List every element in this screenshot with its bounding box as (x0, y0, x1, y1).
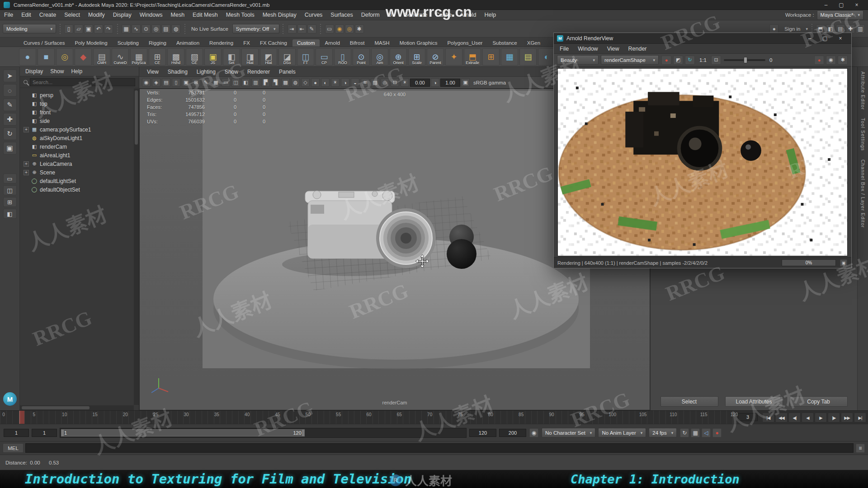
menu-uv[interactable]: UV (384, 10, 400, 20)
exposure-icon[interactable]: ☀ (401, 78, 409, 87)
viewport-menu-lighting[interactable]: Lighting (193, 67, 220, 76)
time-slider[interactable]: 0510152025303540455055606570758085909510… (0, 410, 868, 424)
play-forwards-button[interactable]: ▶ (815, 413, 827, 422)
outliner-item-persp[interactable]: ◧persp (20, 91, 139, 99)
shelf-tab-curves-surfaces[interactable]: Curves / Surfaces (19, 39, 69, 47)
expand-icon[interactable]: + (24, 170, 29, 175)
wireframe-icon[interactable]: ◇ (301, 78, 310, 87)
orient-constraint-tool[interactable]: ⊕Orient (390, 48, 407, 66)
outliner-item-aiskydomelight1[interactable]: ◍aiSkyDomeLight1 (20, 134, 139, 142)
fps-dropdown[interactable]: 24 fps▾ (649, 428, 677, 437)
poly-cube-tool[interactable]: ■ (38, 48, 55, 66)
step-back-key-button[interactable]: ◀| (788, 413, 801, 422)
shelf-tab-xgen[interactable]: XGen (523, 39, 545, 47)
gmh-tool[interactable]: ▤GMH (93, 48, 110, 66)
channel-box-icon[interactable]: ▥ (856, 24, 865, 33)
select-tool[interactable]: ➤ (3, 70, 17, 82)
menu-mesh-display[interactable]: Mesh Display (259, 10, 301, 20)
playback-loop-icon[interactable]: ↻ (680, 428, 689, 437)
shadows-icon[interactable]: ◑ (341, 78, 349, 87)
grease-pencil-icon[interactable]: ✎ (202, 78, 210, 87)
snap-to-curve-icon[interactable]: ∿ (132, 24, 141, 33)
outliner-vertical-scrollbar[interactable] (134, 89, 139, 405)
outliner-menu-show[interactable]: Show (50, 68, 64, 75)
outliner-item-top[interactable]: ◧top (20, 99, 139, 108)
panel-tab-attribute-editor[interactable]: Attribute Editor (860, 71, 866, 110)
safe-title-icon[interactable]: ▜ (271, 78, 280, 87)
redo-icon[interactable]: ↷ (104, 24, 113, 33)
playback-range-track[interactable]: 1 120 (60, 428, 467, 438)
input-connections-icon[interactable]: ⇥ (288, 24, 297, 33)
safe-action-icon[interactable]: ▛ (261, 78, 270, 87)
arnold-close-button[interactable]: × (833, 34, 848, 43)
paint-select-tool[interactable]: ✎ (3, 99, 17, 111)
outliner-item-rendercam[interactable]: ◧renderCam (20, 142, 139, 151)
gamma-icon[interactable]: ◑ (431, 78, 439, 87)
ge-tool[interactable]: ▨GE (186, 48, 203, 66)
point-constraint-tool[interactable]: ⊙Point (353, 48, 370, 66)
scale-tool[interactable]: ▣ (3, 142, 17, 155)
ipr-render-icon[interactable]: ◎ (345, 24, 354, 33)
arnold-restore-button[interactable]: ▢ (817, 34, 833, 43)
zoom-ratio-button[interactable]: 1:1 (698, 57, 708, 63)
close-button[interactable]: × (849, 0, 864, 9)
symmetry-dropdown[interactable]: Symmetry: Off▾ (232, 24, 279, 33)
current-time-field[interactable] (738, 413, 758, 421)
lock-camera-icon[interactable]: ◈ (152, 78, 160, 87)
mel-command-input[interactable] (25, 443, 854, 453)
arnold-title-bar[interactable]: M Arnold RenderView – ▢ × (554, 33, 851, 44)
menu-set-dropdown[interactable]: Modeling▾ (3, 24, 56, 33)
menu-display[interactable]: Display (109, 10, 136, 20)
viewport-menu-show[interactable]: Show (221, 67, 242, 76)
lasso-select-tool[interactable]: ◌ (3, 84, 17, 97)
construction-history-icon[interactable]: ✎ (307, 24, 316, 33)
type-tool[interactable]: ▤ (519, 48, 537, 66)
textured-icon[interactable]: ◐ (321, 78, 330, 87)
menu-create[interactable]: Create (35, 10, 61, 20)
status-light-icon[interactable]: ● (814, 56, 824, 65)
arnold-menu-view[interactable]: View (603, 44, 623, 53)
grid-icon[interactable]: ▦ (212, 78, 220, 87)
roo-tool[interactable]: ▯ROO (334, 48, 351, 66)
open-render-view-icon[interactable]: ▭ (325, 24, 334, 33)
shelf-tab-animation[interactable]: Animation (172, 39, 204, 47)
outliner-item-defaultlightset[interactable]: ◯defaultLightSet (20, 177, 139, 185)
menu-edit-mesh[interactable]: Edit Mesh (189, 10, 222, 20)
arnold-menu-render[interactable]: Render (624, 44, 651, 53)
set-tool[interactable]: ◧Set (223, 48, 240, 66)
shelf-tab-mash[interactable]: MASH (370, 39, 394, 47)
snap-to-point-icon[interactable]: ⊙ (142, 24, 151, 33)
shelf-tab-motion-graphics[interactable]: Motion Graphics (395, 39, 442, 47)
go-to-end-button[interactable]: ▶| (854, 413, 866, 422)
film-gate-icon[interactable]: ▭ (222, 78, 230, 87)
outliner-item-leicacamera[interactable]: +⊕LeicaCamera (20, 160, 139, 168)
hud-icon[interactable]: ▩ (281, 78, 290, 87)
outliner-menu-help[interactable]: Help (71, 68, 82, 75)
sign-in-link[interactable]: Sign in (782, 26, 803, 32)
section-divider[interactable] (59, 24, 61, 34)
snap-to-projected-center-icon[interactable]: ◎ (151, 24, 160, 33)
new-scene-icon[interactable]: ▯ (64, 24, 73, 33)
shelf-tab-fx-caching[interactable]: FX Caching (255, 39, 292, 47)
mel-language-button[interactable]: MEL (3, 443, 24, 453)
region-render-button[interactable]: ⊡ (711, 56, 721, 65)
exposure-slider[interactable] (724, 59, 765, 61)
dso-tool[interactable]: ◪DSo (278, 48, 296, 66)
shelf-tab-poly-modeling[interactable]: Poly Modeling (70, 39, 112, 47)
step-forward-frame-button[interactable]: ▶▶ (841, 413, 853, 422)
nurbs-torus-tool[interactable]: ◎ (56, 48, 73, 66)
panel-tab-channel-box-layer-editor[interactable]: Channel Box / Layer Editor (860, 160, 866, 228)
section-divider[interactable] (320, 24, 322, 34)
bookmarks-icon[interactable]: ▯ (172, 78, 180, 87)
layout-outliner-persp[interactable]: ◧ (3, 209, 17, 219)
menu-deform[interactable]: Deform (357, 10, 384, 20)
shelf-tab-fx[interactable]: FX (239, 39, 255, 47)
menu-generate[interactable]: Generate (400, 10, 431, 20)
menu-edit[interactable]: Edit (17, 10, 35, 20)
outliner-item-side[interactable]: ◧side (20, 117, 139, 125)
shelf-tab-rendering[interactable]: Rendering (205, 39, 238, 47)
spray-tool[interactable]: ✦ (445, 48, 462, 66)
anim-layer-dropdown[interactable]: No Anim Layer▾ (598, 428, 646, 437)
render-camera-dropdown[interactable]: renderCamShape▾ (601, 55, 659, 65)
current-time-marker[interactable] (19, 411, 24, 424)
